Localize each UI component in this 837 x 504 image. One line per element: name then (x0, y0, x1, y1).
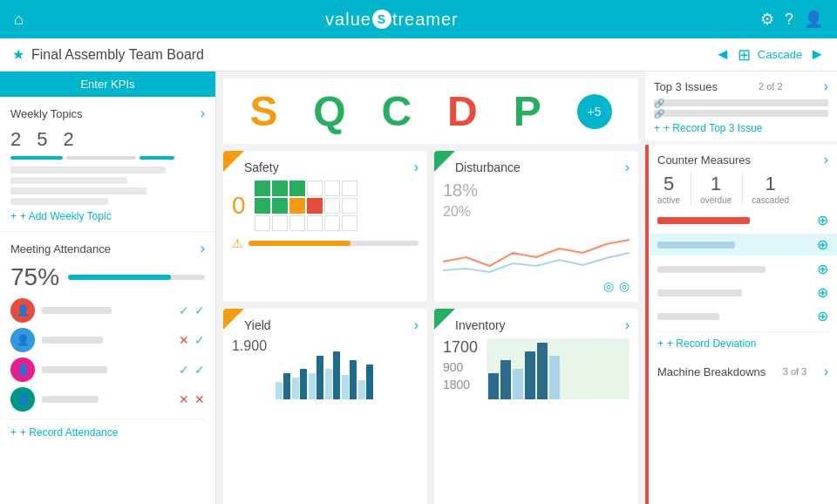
sqcdp-s[interactable]: S (249, 87, 277, 135)
top3issues-meta: 2 of 2 (759, 81, 783, 92)
topic-line-2 (10, 177, 127, 184)
countermeasures-title: Counter Measures (657, 153, 751, 167)
cm-globe-4[interactable]: ⊕ (817, 284, 828, 301)
nav-right-arrow[interactable]: ► (809, 45, 825, 64)
cm-active-label: active (657, 195, 680, 205)
eye-icon-2[interactable]: ◎ (619, 279, 629, 293)
topic-line-4 (10, 198, 108, 205)
yield-values: 1.900 1.800 (232, 338, 267, 504)
grid-cell-e11 (342, 215, 357, 231)
logo-text-after: treamer (392, 10, 459, 30)
inv-bar-6 (549, 356, 560, 399)
sqcdp-d[interactable]: D (447, 87, 478, 135)
attendance-bar (68, 275, 171, 280)
home-icon[interactable]: ⌂ (14, 10, 24, 29)
yield-bar-d6 (366, 364, 373, 399)
nav-left-arrow[interactable]: ◄ (715, 45, 731, 64)
cm-cascaded-stat: 1 cascaded (742, 173, 789, 205)
cm-globe-1[interactable]: ⊕ (817, 212, 828, 228)
cascade-button[interactable]: Cascade (758, 48, 802, 61)
inventory-arrow[interactable]: › (625, 317, 629, 333)
countermeasures-arrow[interactable]: › (824, 152, 828, 167)
top3issues-arrow[interactable]: › (824, 78, 828, 94)
meeting-attendance-title: Meeting Attendance (10, 242, 111, 255)
cm-globe-3[interactable]: ⊕ (817, 261, 828, 277)
meeting-attendance-arrow[interactable]: › (201, 241, 205, 256)
inv-bar-3 (513, 369, 523, 399)
cm-overdue-label: overdue (700, 195, 732, 205)
inventory-bg (487, 338, 629, 399)
sqcdp-row: S Q C D P +5 (223, 78, 638, 144)
yield-val1: 1.900 (232, 338, 267, 504)
sqcdp-q[interactable]: Q (313, 87, 345, 135)
yield-arrow[interactable]: › (414, 317, 418, 333)
yield-bar-d1 (283, 373, 290, 399)
grid-cell-g5 (272, 198, 288, 214)
logo-text-before: value (325, 10, 371, 30)
machine-breakdowns-arrow[interactable]: › (824, 364, 828, 379)
star-icon[interactable]: ★ (12, 46, 24, 63)
yield-bar-l3 (309, 373, 316, 399)
check-group-4: ✕ ✕ (179, 392, 205, 406)
cm-overdue-stat: 1 overdue (691, 173, 732, 205)
disturbance-arrow[interactable]: › (625, 160, 629, 175)
top3issues-header: Top 3 Issues 2 of 2 › (654, 78, 828, 94)
weekly-topics-arrow[interactable]: › (201, 106, 205, 121)
add-weekly-topic-label: + Add Weekly Topic (20, 210, 112, 222)
plus-icon-deviation: + (657, 337, 663, 350)
help-icon[interactable]: ? (785, 10, 793, 29)
settings-icon[interactable]: ⚙ (760, 10, 774, 29)
app-logo: value S treamer (325, 10, 459, 30)
cm-bar-2 (657, 242, 735, 249)
attendance-percentage-row: 75% (10, 263, 205, 291)
inventory-triangle (434, 309, 455, 330)
cm-bar-red (657, 217, 750, 224)
cm-cascaded-num: 1 (766, 173, 776, 195)
check-icon-2: ✓ (194, 303, 205, 317)
inventory-val3: 1800 (443, 378, 478, 392)
grid-cell-g1 (255, 180, 270, 196)
inv-bar-4 (525, 351, 535, 399)
user-icon[interactable]: 👤 (804, 10, 823, 29)
eye-icon[interactable]: ◎ (603, 279, 614, 293)
meeting-attendance-section: Meeting Attendance › 75% 👤 ✓ ✓ (0, 232, 215, 504)
app-header: ⌂ value S treamer ⚙ ? 👤 (0, 0, 837, 38)
grid-cell-g3 (289, 180, 305, 196)
avatar-2: 👤 (10, 328, 35, 352)
record-deviation-button[interactable]: + + Record Deviation (657, 331, 828, 350)
cm-globe-2[interactable]: ⊕ (817, 236, 828, 253)
add-weekly-topic-button[interactable]: + + Add Weekly Topic (10, 210, 205, 222)
quad-grid: Safety › 0 (223, 151, 638, 504)
record-top3-label: + Record Top 3 Issue (663, 122, 763, 134)
right-panel: Top 3 Issues 2 of 2 › 🔗 🔗 + + Record Top… (645, 72, 837, 504)
yield-bar-l5 (342, 375, 349, 399)
cm-stats-row: 5 active 1 overdue 1 cascaded (657, 173, 828, 205)
grid-cell-e8 (289, 215, 305, 231)
record-top3-button[interactable]: + + Record Top 3 Issue (654, 122, 828, 134)
yield-content: 1.900 1.800 (232, 338, 418, 504)
record-attendance-button[interactable]: + + Record Attendance (10, 419, 205, 439)
topic-counts: 2 5 2 (10, 128, 205, 151)
machine-breakdowns-title: Machine Breakdowns (657, 365, 766, 378)
cm-active-num: 5 (663, 173, 674, 195)
topic-line-3 (10, 187, 146, 194)
disturbance-triangle (434, 151, 455, 172)
board-title: Final Assembly Team Board (31, 47, 708, 63)
safety-arrow[interactable]: › (414, 160, 418, 175)
cm-item-3: ⊕ (657, 259, 828, 279)
machine-breakdowns-header: Machine Breakdowns 3 of 3 › (657, 364, 828, 379)
enter-kpis-button[interactable]: Enter KPIs (0, 72, 215, 97)
grid-cell-r1 (307, 198, 323, 214)
cm-globe-5[interactable]: ⊕ (817, 308, 828, 324)
disturbance-icons: ◎ ◎ (443, 279, 629, 293)
safety-triangle (223, 151, 244, 172)
check-icon-5: ✓ (194, 363, 205, 377)
cm-item-4: ⊕ (657, 283, 828, 303)
attendee-row-1: 👤 ✓ ✓ (10, 298, 205, 323)
cm-bar-3 (657, 266, 766, 273)
sqcdp-p[interactable]: P (514, 87, 541, 135)
breadcrumb: ★ Final Assembly Team Board ◄ ⊞ Cascade … (0, 38, 837, 72)
sqcdp-plus-badge[interactable]: +5 (577, 94, 612, 129)
sqcdp-c[interactable]: C (382, 87, 412, 135)
topic-count-3: 2 (64, 128, 74, 151)
